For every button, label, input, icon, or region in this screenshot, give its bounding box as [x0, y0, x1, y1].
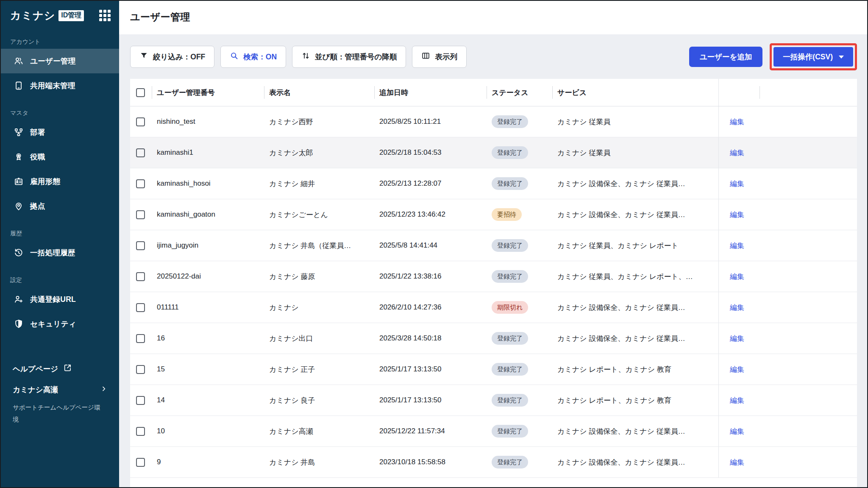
cell-extra — [760, 199, 857, 230]
table-row[interactable]: 14 カミナシ 良子 2025/1/17 13:13:50 登録完了 カミナシ … — [130, 385, 857, 416]
table-row[interactable]: 20250122-dai カミナシ 藤原 2025/1/22 13:38:16 … — [130, 261, 857, 292]
edit-link[interactable]: 編集 — [730, 427, 744, 436]
sort-button[interactable]: 並び順：管理番号の降順 — [292, 46, 406, 68]
edit-link[interactable]: 編集 — [730, 210, 744, 220]
cell-user-id: kaminashi_hosoi — [152, 168, 264, 199]
cell-extra — [760, 261, 857, 292]
sidebar-item[interactable]: 共通登録URL — [0, 287, 119, 312]
chevron-right-icon — [100, 385, 107, 394]
row-checkbox[interactable] — [136, 210, 145, 219]
cell-display-name: カミナシ出口 — [264, 323, 374, 354]
id-card-icon — [14, 176, 24, 187]
shield-icon — [14, 319, 24, 329]
row-checkbox[interactable] — [136, 365, 145, 374]
col-header-status[interactable]: ステータス — [487, 79, 552, 106]
table-row[interactable]: 9 カミナシ 井島 2023/10/18 15:58:58 登録完了 カミナシ … — [130, 447, 857, 478]
brand-badge: ID管理 — [58, 10, 84, 21]
cell-user-id: 10 — [152, 416, 264, 446]
row-checkbox[interactable] — [136, 117, 145, 126]
row-checkbox[interactable] — [136, 458, 145, 467]
table-row[interactable]: 15 カミナシ 正子 2025/1/17 13:13:50 登録完了 カミナシ … — [130, 354, 857, 385]
edit-link[interactable]: 編集 — [730, 272, 744, 282]
bulk-action-button[interactable]: 一括操作(CSV) — [773, 47, 853, 67]
edit-link[interactable]: 編集 — [730, 457, 744, 467]
table-row[interactable]: kaminashi_goaton カミナシごーとん 2025/12/23 13:… — [130, 199, 857, 230]
sidebar-item-label: 拠点 — [30, 201, 45, 211]
search-button[interactable]: 検索：ON — [220, 46, 286, 68]
edit-link[interactable]: 編集 — [730, 396, 744, 405]
row-checkbox[interactable] — [136, 179, 145, 188]
row-checkbox[interactable] — [136, 427, 145, 436]
edit-link[interactable]: 編集 — [730, 241, 744, 251]
row-checkbox[interactable] — [136, 303, 145, 312]
edit-link[interactable]: 編集 — [730, 334, 744, 343]
cell-extra — [760, 292, 857, 323]
sidebar-item-label: 共通登録URL — [30, 294, 76, 304]
col-header-edit — [718, 79, 760, 106]
col-header-added-at[interactable]: 追加日時 — [374, 79, 487, 106]
cell-added-at: 2025/8/25 10:11:21 — [374, 106, 487, 137]
row-checkbox[interactable] — [136, 396, 145, 405]
columns-button[interactable]: 表示列 — [412, 46, 467, 68]
bulk-action-highlight: 一括操作(CSV) — [770, 43, 857, 70]
table-body: nishino_test カミナシ西野 2025/8/25 10:11:21 登… — [130, 106, 857, 478]
cell-user-id: 15 — [152, 354, 264, 385]
sidebar-item-label: セキュリティ — [30, 319, 76, 329]
row-checkbox[interactable] — [136, 241, 145, 250]
table-row[interactable]: nishino_test カミナシ西野 2025/8/25 10:11:21 登… — [130, 106, 857, 137]
bulk-action-label: 一括操作(CSV) — [783, 52, 833, 62]
status-badge: 登録完了 — [492, 363, 528, 376]
sidebar-item[interactable]: セキュリティ — [0, 312, 119, 336]
sidebar-item[interactable]: 一括処理履歴 — [0, 240, 119, 265]
account-menu[interactable]: カミナシ高瀬 — [13, 379, 110, 401]
col-header-extra — [760, 79, 857, 106]
edit-link[interactable]: 編集 — [730, 365, 744, 374]
table-row[interactable]: kaminashi1 カミナシ太郎 2025/2/18 15:04:53 登録完… — [130, 137, 857, 168]
row-checkbox[interactable] — [136, 148, 145, 157]
cell-user-id: kaminashi1 — [152, 137, 264, 168]
table-row[interactable]: 011111 カミナシ 2026/2/10 14:27:36 期限切れ カミナシ… — [130, 292, 857, 323]
select-all-checkbox[interactable] — [136, 88, 145, 97]
cell-service: カミナシ 従業員 — [552, 137, 718, 168]
edit-link[interactable]: 編集 — [730, 179, 744, 189]
sidebar-item-label: 共用端末管理 — [30, 81, 75, 91]
table-row[interactable]: 10 カミナシ高瀬 2025/12/22 11:57:34 登録完了 カミナシ … — [130, 416, 857, 447]
sidebar-item-label: 部署 — [30, 127, 45, 137]
cell-user-id: ijima_jugyoin — [152, 230, 264, 261]
cell-display-name: カミナシ 藤原 — [264, 261, 374, 292]
help-page-link[interactable]: ヘルプページ — [13, 359, 110, 379]
environment-note: サポートチームヘルプページ環境 — [13, 402, 106, 426]
cell-service: カミナシ 設備保全、カミナシ 従業員… — [552, 447, 718, 477]
col-header-display-name[interactable]: 表示名 — [264, 79, 374, 106]
col-header-user-id[interactable]: ユーザー管理番号 — [152, 79, 264, 106]
cell-service: カミナシ レポート、カミナシ 教育 — [552, 354, 718, 385]
edit-link[interactable]: 編集 — [730, 148, 744, 158]
row-checkbox[interactable] — [136, 334, 145, 343]
cell-extra — [760, 354, 857, 385]
status-badge: 要招待 — [492, 208, 522, 221]
filter-button[interactable]: 絞り込み：OFF — [130, 46, 214, 68]
row-checkbox[interactable] — [136, 272, 145, 281]
cell-extra — [760, 323, 857, 354]
add-user-button[interactable]: ユーザーを追加 — [689, 47, 763, 67]
edit-link[interactable]: 編集 — [730, 303, 744, 312]
app-grid-icon[interactable] — [99, 10, 111, 21]
table-row[interactable]: 16 カミナシ出口 2025/3/28 14:50:18 登録完了 カミナシ 設… — [130, 323, 857, 354]
cell-service: カミナシ 設備保全、カミナシ 従業員… — [552, 199, 718, 230]
org-chart-icon — [14, 127, 24, 137]
table-row[interactable]: ijima_jugyoin カミナシ 井島（従業員… 2025/5/8 14:4… — [130, 230, 857, 261]
sidebar-item[interactable]: 拠点 — [0, 194, 119, 218]
table-row[interactable]: kaminashi_hosoi カミナシ 細井 2025/2/13 12:28:… — [130, 168, 857, 199]
cell-user-id: 16 — [152, 323, 264, 354]
sidebar-section: マスタ 部署 役職 雇用形態 拠点 — [0, 109, 119, 218]
users-icon — [14, 56, 24, 66]
sidebar-item[interactable]: 雇用形態 — [0, 169, 119, 194]
sidebar-item[interactable]: ユーザー管理 — [0, 49, 119, 73]
col-header-service[interactable]: サービス — [552, 79, 718, 106]
cell-added-at: 2025/12/23 13:46:42 — [374, 199, 487, 230]
sidebar-item[interactable]: 部署 — [0, 120, 119, 145]
sidebar-item[interactable]: 役職 — [0, 145, 119, 169]
edit-link[interactable]: 編集 — [730, 117, 744, 127]
sidebar-item[interactable]: 共用端末管理 — [0, 73, 119, 98]
cell-display-name: カミナシ西野 — [264, 106, 374, 137]
